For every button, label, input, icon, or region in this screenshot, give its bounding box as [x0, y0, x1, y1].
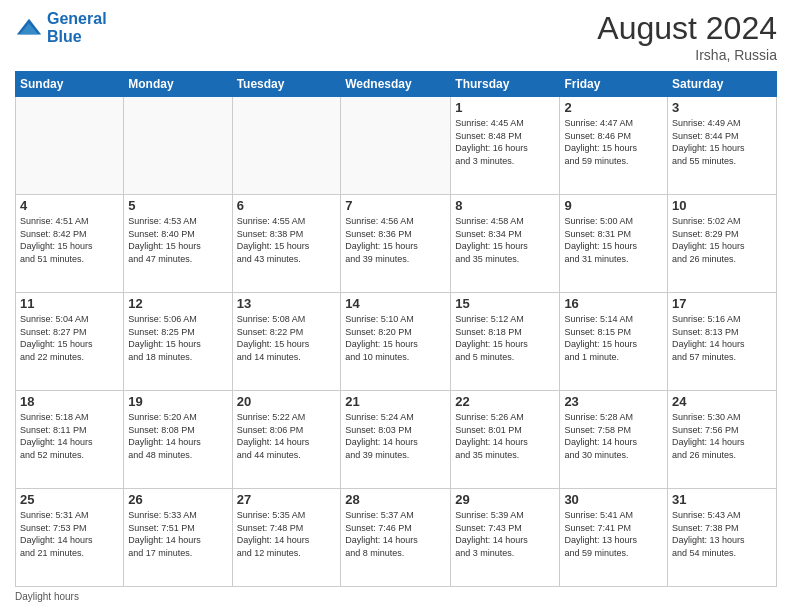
weekday-header-monday: Monday — [124, 72, 232, 97]
day-info: Sunrise: 5:24 AM Sunset: 8:03 PM Dayligh… — [345, 411, 446, 461]
day-number: 17 — [672, 296, 772, 311]
weekday-header-thursday: Thursday — [451, 72, 560, 97]
day-number: 27 — [237, 492, 337, 507]
day-number: 7 — [345, 198, 446, 213]
day-number: 26 — [128, 492, 227, 507]
day-number: 31 — [672, 492, 772, 507]
page: General Blue August 2024 Irsha, Russia S… — [0, 0, 792, 612]
weekday-header-sunday: Sunday — [16, 72, 124, 97]
day-info: Sunrise: 5:30 AM Sunset: 7:56 PM Dayligh… — [672, 411, 772, 461]
day-info: Sunrise: 4:51 AM Sunset: 8:42 PM Dayligh… — [20, 215, 119, 265]
calendar-cell: 30Sunrise: 5:41 AM Sunset: 7:41 PM Dayli… — [560, 489, 668, 587]
day-number: 11 — [20, 296, 119, 311]
day-number: 28 — [345, 492, 446, 507]
day-number: 2 — [564, 100, 663, 115]
calendar-cell: 15Sunrise: 5:12 AM Sunset: 8:18 PM Dayli… — [451, 293, 560, 391]
day-info: Sunrise: 5:18 AM Sunset: 8:11 PM Dayligh… — [20, 411, 119, 461]
calendar-cell — [16, 97, 124, 195]
day-number: 15 — [455, 296, 555, 311]
calendar-cell: 8Sunrise: 4:58 AM Sunset: 8:34 PM Daylig… — [451, 195, 560, 293]
calendar-table: SundayMondayTuesdayWednesdayThursdayFrid… — [15, 71, 777, 587]
day-number: 29 — [455, 492, 555, 507]
logo-text: General Blue — [47, 10, 107, 45]
weekday-header-tuesday: Tuesday — [232, 72, 341, 97]
calendar-body: 1Sunrise: 4:45 AM Sunset: 8:48 PM Daylig… — [16, 97, 777, 587]
calendar-cell: 22Sunrise: 5:26 AM Sunset: 8:01 PM Dayli… — [451, 391, 560, 489]
day-info: Sunrise: 4:49 AM Sunset: 8:44 PM Dayligh… — [672, 117, 772, 167]
day-info: Sunrise: 5:00 AM Sunset: 8:31 PM Dayligh… — [564, 215, 663, 265]
calendar-cell: 29Sunrise: 5:39 AM Sunset: 7:43 PM Dayli… — [451, 489, 560, 587]
day-info: Sunrise: 4:58 AM Sunset: 8:34 PM Dayligh… — [455, 215, 555, 265]
daylight-label: Daylight hours — [15, 591, 79, 602]
day-number: 18 — [20, 394, 119, 409]
calendar-cell: 24Sunrise: 5:30 AM Sunset: 7:56 PM Dayli… — [668, 391, 777, 489]
day-info: Sunrise: 5:10 AM Sunset: 8:20 PM Dayligh… — [345, 313, 446, 363]
weekday-header-saturday: Saturday — [668, 72, 777, 97]
day-number: 12 — [128, 296, 227, 311]
calendar-cell: 11Sunrise: 5:04 AM Sunset: 8:27 PM Dayli… — [16, 293, 124, 391]
day-info: Sunrise: 5:04 AM Sunset: 8:27 PM Dayligh… — [20, 313, 119, 363]
calendar-cell: 14Sunrise: 5:10 AM Sunset: 8:20 PM Dayli… — [341, 293, 451, 391]
day-number: 24 — [672, 394, 772, 409]
day-info: Sunrise: 5:22 AM Sunset: 8:06 PM Dayligh… — [237, 411, 337, 461]
day-info: Sunrise: 5:31 AM Sunset: 7:53 PM Dayligh… — [20, 509, 119, 559]
day-info: Sunrise: 4:56 AM Sunset: 8:36 PM Dayligh… — [345, 215, 446, 265]
calendar-cell: 2Sunrise: 4:47 AM Sunset: 8:46 PM Daylig… — [560, 97, 668, 195]
calendar-cell: 10Sunrise: 5:02 AM Sunset: 8:29 PM Dayli… — [668, 195, 777, 293]
day-number: 25 — [20, 492, 119, 507]
calendar-cell — [232, 97, 341, 195]
day-info: Sunrise: 5:43 AM Sunset: 7:38 PM Dayligh… — [672, 509, 772, 559]
day-info: Sunrise: 5:28 AM Sunset: 7:58 PM Dayligh… — [564, 411, 663, 461]
day-number: 1 — [455, 100, 555, 115]
day-info: Sunrise: 5:39 AM Sunset: 7:43 PM Dayligh… — [455, 509, 555, 559]
title-block: August 2024 Irsha, Russia — [597, 10, 777, 63]
calendar-week-1: 4Sunrise: 4:51 AM Sunset: 8:42 PM Daylig… — [16, 195, 777, 293]
day-number: 6 — [237, 198, 337, 213]
month-title: August 2024 — [597, 10, 777, 47]
day-number: 16 — [564, 296, 663, 311]
day-number: 19 — [128, 394, 227, 409]
calendar-cell: 4Sunrise: 4:51 AM Sunset: 8:42 PM Daylig… — [16, 195, 124, 293]
day-info: Sunrise: 4:47 AM Sunset: 8:46 PM Dayligh… — [564, 117, 663, 167]
day-info: Sunrise: 5:41 AM Sunset: 7:41 PM Dayligh… — [564, 509, 663, 559]
weekday-header-wednesday: Wednesday — [341, 72, 451, 97]
day-number: 3 — [672, 100, 772, 115]
day-info: Sunrise: 5:06 AM Sunset: 8:25 PM Dayligh… — [128, 313, 227, 363]
logo: General Blue — [15, 10, 107, 45]
calendar-cell: 31Sunrise: 5:43 AM Sunset: 7:38 PM Dayli… — [668, 489, 777, 587]
day-info: Sunrise: 5:20 AM Sunset: 8:08 PM Dayligh… — [128, 411, 227, 461]
calendar-cell: 18Sunrise: 5:18 AM Sunset: 8:11 PM Dayli… — [16, 391, 124, 489]
calendar-cell: 3Sunrise: 4:49 AM Sunset: 8:44 PM Daylig… — [668, 97, 777, 195]
calendar-cell: 25Sunrise: 5:31 AM Sunset: 7:53 PM Dayli… — [16, 489, 124, 587]
day-info: Sunrise: 5:14 AM Sunset: 8:15 PM Dayligh… — [564, 313, 663, 363]
day-number: 10 — [672, 198, 772, 213]
weekday-header-friday: Friday — [560, 72, 668, 97]
calendar-cell — [124, 97, 232, 195]
day-number: 5 — [128, 198, 227, 213]
calendar-week-0: 1Sunrise: 4:45 AM Sunset: 8:48 PM Daylig… — [16, 97, 777, 195]
calendar-cell: 13Sunrise: 5:08 AM Sunset: 8:22 PM Dayli… — [232, 293, 341, 391]
calendar-cell: 5Sunrise: 4:53 AM Sunset: 8:40 PM Daylig… — [124, 195, 232, 293]
day-number: 4 — [20, 198, 119, 213]
day-info: Sunrise: 5:02 AM Sunset: 8:29 PM Dayligh… — [672, 215, 772, 265]
calendar-cell: 7Sunrise: 4:56 AM Sunset: 8:36 PM Daylig… — [341, 195, 451, 293]
day-info: Sunrise: 4:45 AM Sunset: 8:48 PM Dayligh… — [455, 117, 555, 167]
calendar-cell: 12Sunrise: 5:06 AM Sunset: 8:25 PM Dayli… — [124, 293, 232, 391]
calendar-cell: 23Sunrise: 5:28 AM Sunset: 7:58 PM Dayli… — [560, 391, 668, 489]
calendar-cell: 28Sunrise: 5:37 AM Sunset: 7:46 PM Dayli… — [341, 489, 451, 587]
day-info: Sunrise: 5:16 AM Sunset: 8:13 PM Dayligh… — [672, 313, 772, 363]
day-number: 23 — [564, 394, 663, 409]
location: Irsha, Russia — [597, 47, 777, 63]
calendar-cell: 19Sunrise: 5:20 AM Sunset: 8:08 PM Dayli… — [124, 391, 232, 489]
calendar-cell: 27Sunrise: 5:35 AM Sunset: 7:48 PM Dayli… — [232, 489, 341, 587]
header: General Blue August 2024 Irsha, Russia — [15, 10, 777, 63]
footer: Daylight hours — [15, 591, 777, 602]
day-info: Sunrise: 5:12 AM Sunset: 8:18 PM Dayligh… — [455, 313, 555, 363]
calendar-cell: 17Sunrise: 5:16 AM Sunset: 8:13 PM Dayli… — [668, 293, 777, 391]
calendar-cell: 6Sunrise: 4:55 AM Sunset: 8:38 PM Daylig… — [232, 195, 341, 293]
calendar-cell: 9Sunrise: 5:00 AM Sunset: 8:31 PM Daylig… — [560, 195, 668, 293]
calendar-cell — [341, 97, 451, 195]
day-number: 22 — [455, 394, 555, 409]
calendar-cell: 21Sunrise: 5:24 AM Sunset: 8:03 PM Dayli… — [341, 391, 451, 489]
day-info: Sunrise: 5:35 AM Sunset: 7:48 PM Dayligh… — [237, 509, 337, 559]
